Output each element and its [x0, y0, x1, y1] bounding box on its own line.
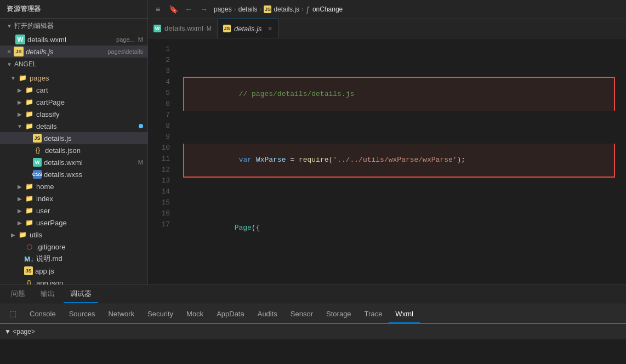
tab-wxml-icon: W	[153, 25, 161, 32]
utils-folder-name: utils	[30, 231, 42, 239]
devtools-tab-sources[interactable]: Sources	[62, 305, 102, 323]
pages-folder-name: pages	[30, 74, 49, 82]
tab-js-icon: JS	[223, 25, 231, 32]
gitignore-name: .gitignore	[36, 243, 65, 251]
devtools-tab-mock[interactable]: Mock	[180, 305, 210, 323]
tree-item-details-json[interactable]: {} details.json	[0, 144, 147, 156]
tree-item-details-wxss[interactable]: CSS details.wxss	[0, 168, 147, 180]
tab-details-wxml[interactable]: W details.wxml M	[148, 19, 218, 38]
gitignore-icon: ⬡	[24, 242, 34, 252]
home-folder-name: home	[36, 183, 54, 191]
cartPage-arrow: ▶	[15, 99, 24, 105]
details-js-file-name: details.js	[44, 134, 72, 143]
tree-item-details-js[interactable]: JS details.js	[0, 132, 147, 144]
tree-item-index[interactable]: ▶ 📁 index	[0, 192, 147, 204]
details-json-file-name: details.json	[45, 146, 81, 155]
devtools-tab-storage[interactable]: Storage	[320, 305, 358, 323]
devtools-tabs: ⬚ Console Sources Network Security Mock …	[0, 304, 626, 324]
utils-arrow: ▶	[9, 232, 18, 238]
code-editor[interactable]: 1 2 3 4 5 6 7 8 9 10 11 12 13 14 15 16 1	[148, 38, 626, 285]
breadcrumb-pages[interactable]: pages	[214, 5, 232, 13]
devtools-tab-network[interactable]: Network	[101, 305, 141, 323]
devtools-tab-wxml[interactable]: Wxml	[389, 305, 420, 323]
details-arrow: ▼	[15, 123, 24, 129]
details-dot-badge	[139, 124, 143, 128]
menu-btn[interactable]: ≡	[152, 5, 163, 14]
userPage-arrow: ▶	[15, 220, 24, 226]
tree-item-userPage[interactable]: ▶ 📁 userPage	[0, 217, 147, 229]
back-btn[interactable]: ←	[183, 5, 194, 14]
tree-item-user[interactable]: ▶ 📁 user	[0, 204, 147, 217]
tree-item-cart[interactable]: ▶ 📁 cart	[0, 84, 147, 96]
panel-tab-problems[interactable]: 问题	[4, 286, 32, 303]
sidebar: 资源管理器 ▼ 打开的编辑器 W details.wxml page... M …	[0, 0, 148, 285]
open-file-js[interactable]: ✕ JS details.js pages\details	[0, 46, 147, 58]
close-file-js-icon[interactable]: ✕	[7, 48, 12, 55]
editor-toolbar: ≡ 🔖 ← → pages › details › JS details.js …	[148, 0, 626, 19]
open-editors-label: 打开的编辑器	[14, 21, 54, 31]
tree-item-pages[interactable]: ▼ 📁 pages	[0, 72, 147, 84]
bookmark-btn[interactable]: 🔖	[168, 5, 179, 14]
tree-item-gitignore[interactable]: ⬡ .gitignore	[0, 241, 147, 253]
code-content: // pages/details/details.js var WxParse …	[174, 38, 626, 285]
user-folder-name: user	[36, 207, 50, 215]
devtools-toolbar: ⬚	[2, 305, 23, 322]
md-name: 说明.md	[36, 254, 62, 264]
app-container: 资源管理器 ▼ 打开的编辑器 W details.wxml page... M …	[0, 0, 626, 364]
breadcrumb-detailsjs[interactable]: details.js	[274, 5, 299, 13]
devtools-inspect-btn[interactable]: ⬚	[7, 308, 19, 320]
devtools-tab-console[interactable]: Console	[23, 305, 62, 323]
details-folder-icon: 📁	[24, 121, 34, 131]
tree-item-classify[interactable]: ▶ 📁 classify	[0, 108, 147, 120]
breadcrumb-details[interactable]: details	[238, 5, 258, 13]
code-line-4	[183, 277, 626, 285]
classify-arrow: ▶	[15, 111, 24, 117]
editor-area: ≡ 🔖 ← → pages › details › JS details.js …	[148, 0, 626, 285]
panel-tab-debug[interactable]: 调试器	[64, 286, 98, 303]
tree-item-details-folder[interactable]: ▼ 📁 details	[0, 120, 147, 132]
cart-arrow: ▶	[15, 87, 24, 93]
js-icon: JS	[14, 47, 24, 56]
tree-item-utils[interactable]: ▶ 📁 utils	[0, 229, 147, 241]
tab-details-js[interactable]: JS details.js ✕	[218, 19, 278, 38]
tree-item-details-wxml[interactable]: W details.wxml M	[0, 156, 147, 168]
code-line-2: var WxParse = require('../../utils/wxPar…	[183, 144, 615, 178]
userPage-folder-name: userPage	[36, 219, 67, 227]
wxml-icon: W	[15, 35, 25, 44]
page-label: ▼ <page>	[4, 328, 35, 335]
open-file-wxml-name: details.wxml	[27, 36, 66, 44]
bottom-panel: 问题 输出 调试器 ⬚ Console Sources Network Secu…	[0, 285, 626, 364]
tree-item-appjs[interactable]: JS app.js	[0, 265, 147, 277]
tab-wxml-badge: M	[207, 25, 212, 32]
forward-btn[interactable]: →	[198, 5, 209, 14]
details-wxml-badge: M	[138, 159, 143, 166]
project-name: ANGEL	[14, 60, 37, 68]
tree-item-cartPage[interactable]: ▶ 📁 cartPage	[0, 96, 147, 108]
appjson-name: app.json	[36, 279, 63, 285]
appjs-icon: JS	[24, 266, 33, 275]
tree-item-md[interactable]: M↓ 说明.md	[0, 253, 147, 265]
tree-item-home[interactable]: ▶ 📁 home	[0, 180, 147, 192]
open-file-js-name: details.js	[26, 48, 54, 56]
devtools-tab-audits[interactable]: Audits	[251, 305, 284, 323]
open-editors-arrow: ▼	[7, 23, 12, 29]
devtools-tab-security[interactable]: Security	[141, 305, 180, 323]
pages-folder-icon: 📁	[18, 73, 27, 83]
tree-item-appjson[interactable]: {} app.json	[0, 277, 147, 285]
details-wxss-file-icon: CSS	[33, 170, 42, 179]
appjs-name: app.js	[35, 267, 54, 275]
cartPage-folder-name: cartPage	[36, 98, 65, 106]
details-wxml-file-icon: W	[33, 158, 42, 167]
project-section: ▼ ANGEL	[0, 58, 147, 71]
devtools-tab-trace[interactable]: Trace	[358, 305, 389, 323]
panel-tab-output[interactable]: 输出	[34, 286, 61, 303]
code-comment-1: // pages/details/details.js	[239, 90, 355, 98]
open-file-wxml[interactable]: W details.wxml page... M	[0, 33, 147, 46]
devtools-tab-appdata[interactable]: AppData	[210, 305, 251, 323]
appjson-icon: {}	[24, 278, 34, 285]
devtools-tab-sensor[interactable]: Sensor	[284, 305, 320, 323]
editor-tabs: W details.wxml M JS details.js ✕	[148, 19, 626, 38]
line-numbers: 1 2 3 4 5 6 7 8 9 10 11 12 13 14 15 16 1	[148, 38, 174, 285]
tab-js-close[interactable]: ✕	[268, 25, 272, 32]
breadcrumb-onchange[interactable]: onChange	[312, 5, 343, 13]
